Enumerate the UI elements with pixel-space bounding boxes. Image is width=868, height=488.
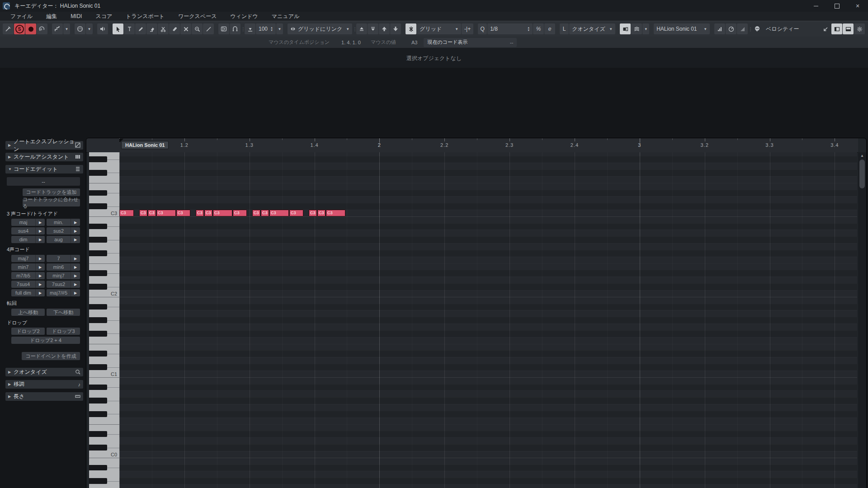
midi-note[interactable]: C3 [252, 210, 260, 216]
chord-type-button[interactable]: 7sus4 [11, 281, 35, 288]
link-to-grid-combo[interactable]: グリッドにリンク ▼ [288, 23, 352, 34]
midi-note[interactable]: C3 [289, 210, 303, 216]
black-key[interactable] [89, 351, 107, 357]
transpose-down-button[interactable] [390, 23, 401, 34]
chord-play-icon[interactable]: ▶ [35, 272, 45, 279]
black-key[interactable] [89, 331, 107, 337]
menu-item[interactable]: ファイル [4, 13, 39, 20]
audition-speaker-button[interactable] [97, 23, 108, 34]
match-chord-track-button[interactable]: コードトラックに合わせる [23, 199, 80, 206]
grid-relative-button[interactable]: -|+ [462, 23, 473, 34]
move-down-button[interactable] [368, 23, 378, 34]
black-key[interactable] [89, 411, 107, 417]
section-quantize[interactable]: ▶ クオンタイズ [5, 368, 83, 376]
black-key[interactable] [89, 385, 107, 390]
pin-editor-button[interactable] [3, 23, 14, 34]
inversion-down-button[interactable]: 下へ移動 [47, 309, 80, 316]
black-key[interactable] [89, 431, 107, 437]
chord-play-icon[interactable]: ▶ [71, 263, 80, 271]
chord-play-icon[interactable]: ▶ [71, 255, 80, 262]
menu-item[interactable]: ウィンドウ [223, 13, 264, 20]
trim-tool[interactable] [124, 23, 135, 34]
drop-2-4-button[interactable]: ドロップ2 + 4 [11, 337, 80, 344]
chord-play-icon[interactable]: ▶ [35, 227, 45, 235]
chord-type-button[interactable]: 7sus2 [47, 281, 71, 288]
chord-type-button[interactable]: sus2 [47, 227, 71, 235]
midi-modifiers-dial-button[interactable] [726, 23, 736, 34]
mute-tool[interactable] [180, 23, 191, 34]
chord-play-icon[interactable]: ▶ [71, 236, 80, 243]
black-key[interactable] [89, 156, 107, 162]
midi-note[interactable]: C3 [156, 210, 176, 216]
black-key[interactable] [89, 317, 107, 323]
chord-type-button[interactable]: full dim [11, 289, 35, 296]
menu-item[interactable]: トランスポート [119, 13, 171, 20]
chord-play-icon[interactable]: ▶ [35, 263, 45, 271]
split-scissors-tool[interactable] [158, 23, 169, 34]
independent-loop-button[interactable] [230, 23, 241, 34]
midi-input-button[interactable] [75, 23, 85, 34]
chord-type-button[interactable]: min7 [11, 263, 35, 271]
iterative-quantize-button[interactable]: % [533, 23, 544, 34]
close-button[interactable]: ✕ [847, 0, 868, 12]
chord-play-icon[interactable]: ▶ [35, 219, 45, 226]
setup-toolbar-gear-button[interactable] [854, 23, 865, 34]
section-chord-edit[interactable]: ▼ コードエディット [5, 165, 83, 174]
chord-type-button[interactable]: min. [47, 219, 71, 226]
quantize-spinner[interactable]: ▲▼ [527, 23, 530, 34]
chord-type-button[interactable]: min6 [47, 263, 71, 271]
zoom-tool[interactable] [192, 23, 203, 34]
edit-active-part-only-button[interactable] [631, 23, 642, 34]
black-key[interactable] [89, 270, 107, 276]
midi-note[interactable]: C3 [119, 210, 134, 216]
midi-note[interactable]: C3 [204, 210, 212, 216]
add-chord-track-button[interactable]: コードトラックを追加 [23, 188, 80, 196]
transpose-up-button[interactable] [379, 23, 390, 34]
midi-input-dropdown[interactable]: ▼ [86, 23, 93, 34]
show-part-borders-button[interactable] [620, 23, 631, 34]
step-input-dropdown[interactable]: ▼ [63, 23, 70, 34]
midi-note[interactable]: C3 [233, 210, 247, 216]
solo-button[interactable]: S [14, 23, 25, 34]
track-name-tab[interactable]: HALion Sonic 01 [121, 141, 169, 149]
drop-2-button[interactable]: ドロップ2 [11, 328, 45, 335]
chord-type-button[interactable]: maj7 [11, 255, 35, 262]
step-input-button[interactable] [52, 23, 63, 34]
object-selection-tool[interactable] [113, 23, 123, 34]
chord-play-icon[interactable]: ▶ [35, 289, 45, 296]
auto-scroll-button[interactable] [218, 23, 229, 34]
time-ruler[interactable]: 1.21.31.422.22.32.433.23.33.4 [86, 138, 858, 153]
chord-type-button[interactable]: minj7 [47, 272, 71, 279]
create-chord-event-button[interactable]: コードイベントを作成 [22, 352, 80, 360]
project-cursor-marker[interactable] [119, 139, 123, 143]
section-transpose[interactable]: ▶ 移調 ♪ [5, 380, 83, 389]
chord-type-button[interactable]: m7/b5 [11, 272, 35, 279]
chord-play-icon[interactable]: ▶ [35, 281, 45, 288]
midi-note[interactable]: C3 [213, 210, 232, 216]
black-key[interactable] [89, 224, 107, 230]
midi-note[interactable]: C3 [269, 210, 289, 216]
scroll-up-icon[interactable]: ▲ [859, 152, 866, 159]
show-lower-zone-button[interactable] [843, 23, 854, 34]
menu-item[interactable]: マニュアル [265, 13, 306, 20]
chord-type-button[interactable]: maj [11, 219, 35, 226]
black-key[interactable] [89, 478, 107, 484]
black-key[interactable] [89, 398, 107, 404]
midi-note[interactable]: C3 [261, 210, 269, 216]
midi-note[interactable]: C3 [148, 210, 156, 216]
chord-type-button[interactable]: aug [47, 236, 71, 243]
midi-note[interactable]: C3 [309, 210, 317, 216]
record-in-editor-button[interactable] [25, 23, 36, 34]
velocity-spinner[interactable]: ▲▼ [270, 23, 273, 34]
black-key[interactable] [89, 203, 107, 209]
black-key[interactable] [89, 284, 107, 290]
menu-item[interactable]: 編集 [39, 13, 64, 20]
note-grid[interactable]: C3C3C3C3C3C3C3C3C3C3C3C3C3C3C3C3 [119, 152, 857, 488]
note-expression-data-button[interactable] [714, 23, 725, 34]
piano-keyboard[interactable]: C3C2C1C0 [89, 152, 120, 488]
insert-velocity-dropdown[interactable]: ▼ [276, 23, 283, 34]
show-left-zone-button[interactable] [831, 23, 842, 34]
minimize-button[interactable] [806, 0, 826, 12]
velocity-ramp-button[interactable] [737, 23, 748, 34]
vertical-scroll-thumb[interactable] [859, 160, 865, 188]
